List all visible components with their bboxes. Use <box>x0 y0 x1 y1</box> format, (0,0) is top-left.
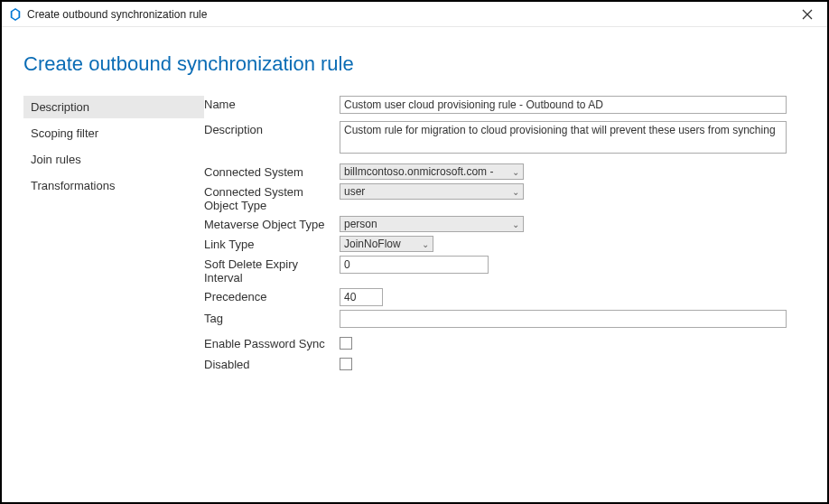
chevron-down-icon: ⌄ <box>512 219 519 229</box>
name-label: Name <box>204 96 340 111</box>
name-input[interactable] <box>340 96 787 114</box>
page-title: Create outbound synchronization rule <box>23 52 806 76</box>
sidebar-item-join-rules[interactable]: Join rules <box>23 148 204 171</box>
close-button[interactable] <box>795 2 820 27</box>
sidebar-item-transformations[interactable]: Transformations <box>23 174 204 197</box>
form-area: Name Description Custom rule for migrati… <box>204 96 806 377</box>
description-label: Description <box>204 121 340 136</box>
disabled-label: Disabled <box>204 356 340 371</box>
metaverse-object-type-dropdown[interactable]: person ⌄ <box>340 216 524 232</box>
chevron-down-icon: ⌄ <box>512 187 519 197</box>
window-title: Create outbound synchronization rule <box>27 8 207 21</box>
disabled-checkbox[interactable] <box>340 358 352 370</box>
soft-delete-input[interactable] <box>340 256 489 274</box>
connected-system-label: Connected System <box>204 163 340 179</box>
sidebar-item-description[interactable]: Description <box>23 96 204 118</box>
precedence-input[interactable] <box>340 288 383 306</box>
precedence-label: Precedence <box>204 288 340 303</box>
metaverse-object-type-label: Metaverse Object Type <box>204 216 340 231</box>
connected-system-dropdown[interactable]: billmcontoso.onmicrosoft.com - ⌄ <box>340 163 524 180</box>
tag-label: Tag <box>204 310 340 325</box>
app-icon <box>9 8 22 21</box>
title-bar: Create outbound synchronization rule <box>2 2 827 27</box>
chevron-down-icon: ⌄ <box>512 167 519 177</box>
chevron-down-icon: ⌄ <box>422 239 429 249</box>
soft-delete-label: Soft Delete Expiry Interval <box>204 256 340 285</box>
sidebar: Description Scoping filter Join rules Tr… <box>23 96 204 377</box>
sidebar-item-scoping-filter[interactable]: Scoping filter <box>23 122 204 145</box>
link-type-dropdown[interactable]: JoinNoFlow ⌄ <box>340 236 433 252</box>
enable-password-sync-checkbox[interactable] <box>340 337 352 350</box>
tag-input[interactable] <box>340 310 787 328</box>
enable-password-sync-label: Enable Password Sync <box>204 335 340 350</box>
connected-system-object-type-dropdown[interactable]: user ⌄ <box>340 183 524 200</box>
connected-system-object-type-label: Connected System Object Type <box>204 183 340 212</box>
link-type-label: Link Type <box>204 236 340 251</box>
description-textarea[interactable]: Custom rule for migration to cloud provi… <box>340 121 787 154</box>
